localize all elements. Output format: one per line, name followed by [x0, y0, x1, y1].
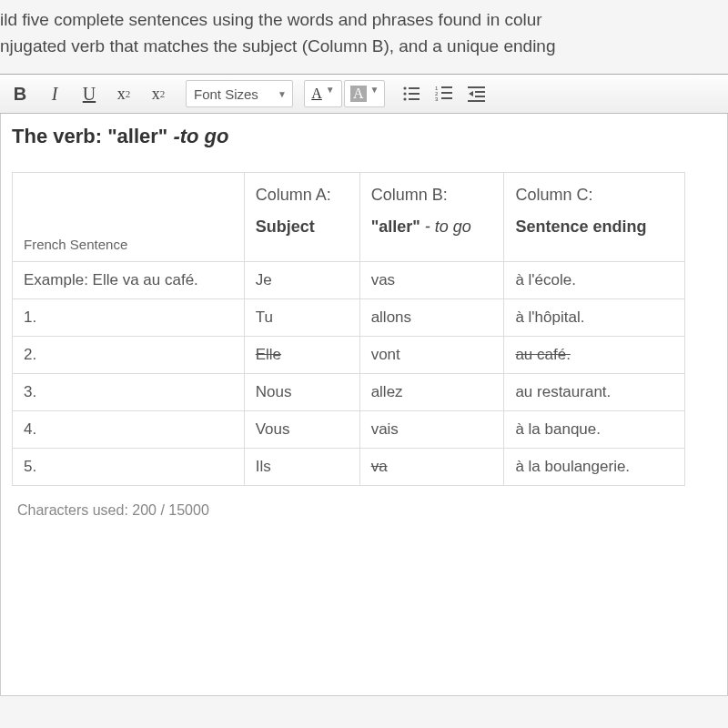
svg-rect-9: [441, 92, 452, 94]
table-row: 5.Ilsvaà la boulangerie.: [13, 449, 685, 486]
table-header-row: French Sentence Column A: Subject Column…: [13, 173, 685, 262]
cell-verb: vais: [359, 411, 504, 449]
chevron-down-icon: ▼: [370, 84, 379, 94]
svg-rect-13: [475, 91, 485, 93]
chevron-down-icon: ▼: [326, 84, 335, 94]
svg-rect-7: [441, 86, 452, 88]
cell-subject: Ils: [244, 449, 359, 486]
svg-rect-11: [441, 97, 452, 99]
cell-french-sentence: 2.: [13, 337, 245, 374]
header-column-b: Column B: "aller" - to go: [359, 173, 504, 262]
verb-title: The verb: "aller" -to go: [12, 121, 716, 165]
instruction-line-1: ild five complete sentences using the wo…: [0, 7, 728, 34]
cell-french-sentence: 4.: [13, 411, 245, 449]
cell-subject: Elle: [244, 337, 359, 374]
cell-verb: vont: [359, 337, 504, 374]
table-row: 1.Tuallonsà l'hôpital.: [13, 299, 685, 337]
superscript-button[interactable]: x2: [107, 77, 140, 110]
bulleted-list-button[interactable]: [396, 78, 427, 109]
cell-verb: allons: [359, 299, 504, 337]
text-color-glyph: A: [311, 86, 322, 102]
header-column-c: Column C: Sentence ending: [504, 173, 685, 262]
svg-rect-5: [409, 98, 420, 100]
table-row: Example: Elle va au café.Jevasà l'école.: [13, 262, 685, 299]
cell-verb: va: [359, 449, 504, 486]
numbered-list-icon: 1 2 3: [435, 85, 453, 103]
editor-toolbar: B I U x2 x2 Font Sizes ▼ A ▼ A ▼ 1 2 3: [0, 74, 728, 114]
svg-rect-3: [409, 93, 420, 95]
bg-color-glyph: A: [350, 86, 367, 102]
cell-verb: vas: [359, 262, 504, 299]
svg-rect-12: [468, 86, 485, 88]
cell-ending: au restaurant.: [504, 374, 685, 411]
svg-point-4: [404, 97, 407, 100]
font-size-dropdown[interactable]: Font Sizes ▼: [186, 80, 293, 107]
table-row: 3.Nousallezau restaurant.: [13, 374, 685, 411]
cell-ending: à l'hôpital.: [504, 299, 685, 337]
svg-point-0: [404, 86, 407, 89]
svg-point-2: [404, 92, 407, 95]
indent-button[interactable]: [461, 78, 492, 109]
character-count: Characters used: 200 / 15000: [12, 486, 716, 519]
bold-button[interactable]: B: [4, 77, 36, 110]
cell-french-sentence: 1.: [13, 299, 245, 337]
header-french-sentence: French Sentence: [13, 173, 245, 262]
cell-french-sentence: 3.: [13, 374, 245, 411]
underline-button[interactable]: U: [73, 77, 106, 110]
indent-icon: [468, 85, 486, 103]
svg-rect-15: [468, 100, 485, 102]
cell-ending: au café.: [504, 337, 685, 374]
cell-french-sentence: 5.: [13, 449, 245, 486]
cell-ending: à l'école.: [504, 262, 685, 299]
table-row: 4.Vousvaisà la banque.: [13, 411, 685, 449]
svg-rect-1: [409, 87, 420, 89]
chevron-down-icon: ▼: [278, 89, 287, 99]
cell-ending: à la banque.: [504, 411, 685, 449]
cell-subject: Nous: [244, 374, 359, 411]
cell-subject: Je: [244, 262, 359, 299]
background-color-button[interactable]: A ▼: [344, 80, 385, 107]
table-row: 2.Ellevontau café.: [13, 337, 685, 374]
svg-marker-16: [469, 91, 473, 96]
italic-button[interactable]: I: [38, 77, 71, 110]
svg-rect-14: [475, 96, 485, 97]
cell-ending: à la boulangerie.: [504, 449, 685, 486]
bulleted-list-icon: [402, 85, 420, 103]
cell-subject: Tu: [244, 299, 359, 337]
subscript-button[interactable]: x2: [142, 77, 175, 110]
header-column-a: Column A: Subject: [244, 173, 359, 262]
cell-french-sentence: Example: Elle va au café.: [13, 262, 245, 299]
cell-verb: allez: [359, 374, 504, 411]
numbered-list-button[interactable]: 1 2 3: [429, 78, 460, 109]
instructions-text: ild five complete sentences using the wo…: [0, 0, 728, 74]
cell-subject: Vous: [244, 411, 359, 449]
rich-text-editor[interactable]: The verb: "aller" -to go French Sentence…: [0, 114, 728, 696]
conjugation-table: French Sentence Column A: Subject Column…: [12, 172, 685, 486]
font-size-label: Font Sizes: [194, 86, 258, 102]
instruction-line-2: njugated verb that matches the subject (…: [0, 34, 728, 60]
svg-text:3: 3: [435, 96, 439, 102]
text-color-button[interactable]: A ▼: [304, 80, 342, 107]
